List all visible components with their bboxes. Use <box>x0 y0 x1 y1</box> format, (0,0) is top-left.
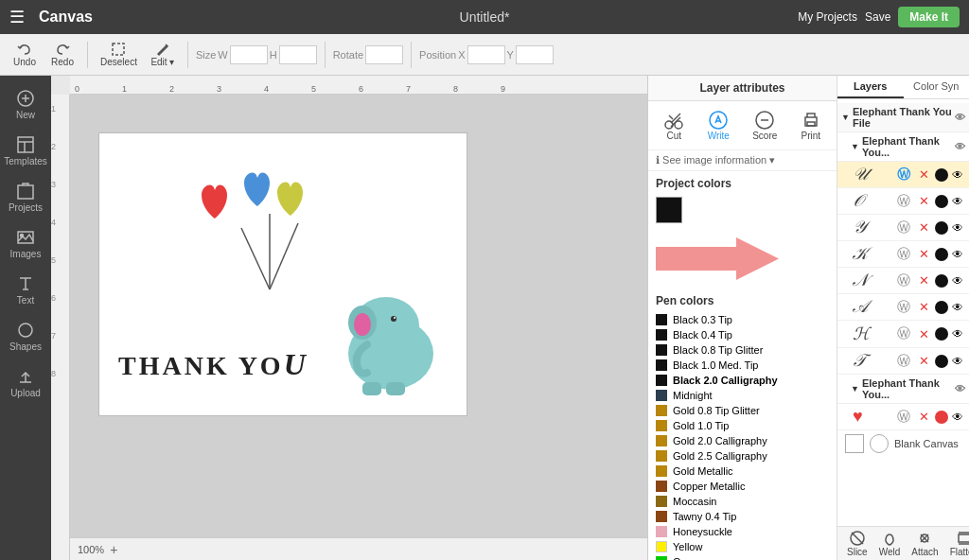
tab-color-sync[interactable]: Color Syn <box>904 76 970 98</box>
write-icon-o[interactable]: Ⓦ <box>895 193 912 210</box>
sidebar-item-templates[interactable]: Templates <box>2 130 49 172</box>
layer-item-k[interactable]: 𝒦 Ⓦ ✕ 👁 <box>837 241 969 268</box>
eye-icon-n[interactable]: 👁 <box>952 274 963 288</box>
write-icon-n[interactable]: Ⓦ <box>895 272 912 289</box>
width-input[interactable] <box>230 45 268 64</box>
score-button[interactable]: Score <box>747 107 783 144</box>
pen-color-yellow[interactable]: Yellow <box>656 539 829 554</box>
x-icon-n[interactable]: ✕ <box>915 272 932 289</box>
tab-layers[interactable]: Layers <box>837 76 904 98</box>
menu-icon[interactable]: ☰ <box>9 7 25 27</box>
pen-color-gold08g[interactable]: Gold 0.8 Tip Glitter <box>656 403 829 418</box>
pen-color-honeysuckle[interactable]: Honeysuckle <box>656 524 829 539</box>
sidebar-item-shapes[interactable]: Shapes <box>2 315 49 358</box>
fill-icon-o[interactable] <box>935 195 948 208</box>
sidebar-item-projects[interactable]: Projects <box>2 176 49 219</box>
pen-color-black04[interactable]: Black 0.4 Tip <box>656 327 829 342</box>
attach-button[interactable]: Attach <box>906 528 943 559</box>
print-button[interactable]: Print <box>795 107 827 144</box>
eye-icon[interactable]: 👁 <box>955 112 965 123</box>
black-swatch[interactable] <box>656 197 682 223</box>
layer-item-heart[interactable]: ♥ Ⓦ ✕ 👁 <box>837 404 969 430</box>
write-icon-a[interactable]: Ⓦ <box>895 299 912 316</box>
write-icon-y[interactable]: Ⓦ <box>895 219 912 236</box>
write-icon-k[interactable]: Ⓦ <box>895 246 912 263</box>
pen-color-midnight[interactable]: Midnight <box>656 388 829 403</box>
pen-color-gold20[interactable]: Gold 2.0 Calligraphy <box>656 433 829 448</box>
subgroup-eye-icon[interactable]: 👁 <box>955 141 965 152</box>
x-icon-o[interactable]: ✕ <box>915 193 932 210</box>
fill-icon-k[interactable] <box>935 248 948 261</box>
layer-item-t[interactable]: 𝒯 Ⓦ ✕ 👁 <box>837 348 969 375</box>
pen-color-moccasin[interactable]: Moccasin <box>656 494 829 509</box>
fill-icon-t[interactable] <box>935 355 948 368</box>
subgroup-elephant-2[interactable]: ▼ Elephant Thank You... 👁 <box>837 375 969 404</box>
sidebar-item-upload[interactable]: Upload <box>2 361 49 404</box>
fill-icon-heart[interactable] <box>935 411 948 424</box>
layer-item-y[interactable]: 𝒴 Ⓦ ✕ 👁 <box>837 215 969 241</box>
pen-color-gold-metallic[interactable]: Gold Metallic <box>656 464 829 479</box>
x-icon-t[interactable]: ✕ <box>915 353 932 370</box>
eye-icon-o[interactable]: 👁 <box>952 195 963 208</box>
blank-canvas-item[interactable]: Blank Canvas <box>837 430 969 457</box>
x-icon-y[interactable]: ✕ <box>915 219 932 236</box>
edit-button[interactable]: Edit ▾ <box>146 40 180 69</box>
subgroup2-eye-icon[interactable]: 👁 <box>955 383 965 394</box>
eye-icon-t[interactable]: 👁 <box>952 355 963 368</box>
pen-color-tawny[interactable]: Tawny 0.4 Tip <box>656 509 829 524</box>
pen-color-gold25[interactable]: Gold 2.5 Calligraphy <box>656 448 829 464</box>
write-icon-u[interactable]: Ⓦ <box>895 166 912 184</box>
height-input[interactable] <box>279 45 317 64</box>
undo-button[interactable]: Undo <box>8 40 42 69</box>
pen-color-black20[interactable]: Black 2.0 Calligraphy <box>656 373 829 388</box>
weld-button[interactable]: Weld <box>873 528 907 559</box>
fill-icon-y[interactable] <box>935 221 948 235</box>
pen-color-gold10[interactable]: Gold 1.0 Tip <box>656 418 829 433</box>
flatten-button[interactable]: Flatten <box>944 528 969 559</box>
eye-icon-y[interactable]: 👁 <box>952 221 963 235</box>
pen-color-green[interactable]: Green <box>656 554 829 560</box>
eye-icon-heart[interactable]: 👁 <box>952 411 963 424</box>
my-projects-button[interactable]: My Projects <box>798 10 857 24</box>
eye-icon-a[interactable]: 👁 <box>952 301 963 314</box>
save-button[interactable]: Save <box>865 10 890 24</box>
x-input[interactable] <box>467 45 505 64</box>
layer-item-n[interactable]: 𝒩 Ⓦ ✕ 👁 <box>837 268 969 294</box>
layer-item-h[interactable]: ℋ Ⓦ ✕ 👁 <box>837 321 969 348</box>
x-icon-h[interactable]: ✕ <box>915 325 932 342</box>
subgroup-elephant-thankyou[interactable]: ▼ Elephant Thank You... 👁 <box>837 132 969 162</box>
fill-icon-u[interactable] <box>935 168 948 182</box>
sidebar-item-text[interactable]: Text <box>2 269 49 311</box>
eye-icon-k[interactable]: 👁 <box>952 248 963 261</box>
x-icon-k[interactable]: ✕ <box>915 246 932 263</box>
cut-button[interactable]: Cut <box>658 107 690 144</box>
layer-item-o[interactable]: 𝒪 Ⓦ ✕ 👁 <box>837 188 969 215</box>
sidebar-item-new[interactable]: New <box>2 83 49 126</box>
rotate-input[interactable] <box>365 45 403 64</box>
pen-color-black08g[interactable]: Black 0.8 Tip Glitter <box>656 342 829 358</box>
eye-icon-u[interactable]: 👁 <box>952 168 963 182</box>
write-icon-t[interactable]: Ⓦ <box>895 353 912 370</box>
make-it-button[interactable]: Make It <box>898 7 960 27</box>
fill-icon-a[interactable] <box>935 301 948 314</box>
x-icon-heart[interactable]: ✕ <box>915 409 932 426</box>
redo-button[interactable]: Redo <box>45 40 79 69</box>
fill-icon-h[interactable] <box>935 327 948 341</box>
see-image-info[interactable]: ℹ See image information ▾ <box>648 150 837 171</box>
deselect-button[interactable]: Deselect <box>96 40 142 69</box>
pen-color-copper[interactable]: Copper Metallic <box>656 479 829 494</box>
layer-item-u[interactable]: 𝒰 Ⓦ ✕ 👁 <box>837 162 969 188</box>
zoom-plus-icon[interactable]: + <box>110 542 117 557</box>
design-card[interactable]: THANK YOU <box>98 132 467 416</box>
x-icon-a[interactable]: ✕ <box>915 299 932 316</box>
slice-button[interactable]: Slice <box>841 528 873 559</box>
x-icon-u[interactable]: ✕ <box>915 166 932 184</box>
fill-icon-n[interactable] <box>935 274 948 288</box>
write-button[interactable]: Write <box>702 107 735 144</box>
sidebar-item-images[interactable]: Images <box>2 222 49 265</box>
eye-icon-h[interactable]: 👁 <box>952 327 963 341</box>
write-icon-h[interactable]: Ⓦ <box>895 325 912 342</box>
canvas-scroll[interactable]: THANK YOU <box>70 95 647 537</box>
y-input[interactable] <box>516 45 554 64</box>
write-icon-heart[interactable]: Ⓦ <box>895 409 912 426</box>
